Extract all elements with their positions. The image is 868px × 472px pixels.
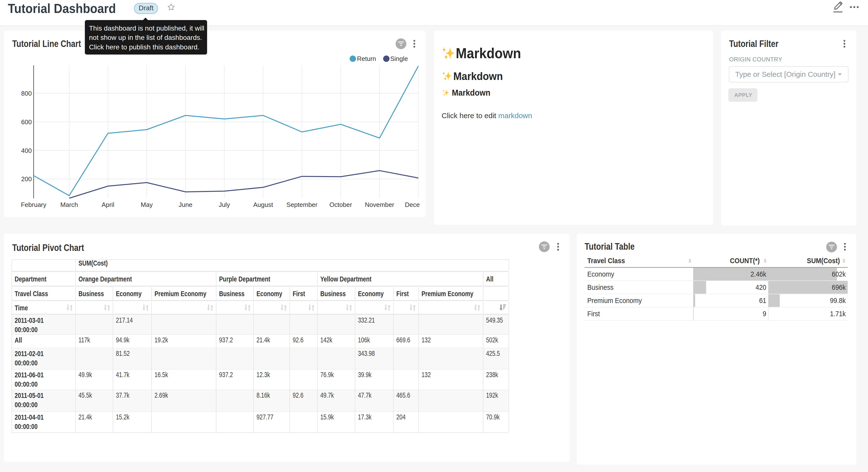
svg-text:July: July — [219, 201, 230, 208]
svg-text:September: September — [286, 201, 318, 208]
svg-text:800: 800 — [21, 90, 32, 97]
svg-text:February: February — [21, 201, 46, 208]
svg-text:Return: Return — [357, 55, 376, 62]
svg-text:June: June — [179, 201, 192, 208]
svg-text:Single: Single — [390, 55, 408, 62]
svg-text:April: April — [101, 201, 114, 208]
svg-text:May: May — [141, 201, 153, 208]
svg-text:200: 200 — [21, 175, 32, 183]
svg-text:March: March — [60, 201, 78, 208]
svg-text:400: 400 — [21, 147, 32, 154]
svg-text:August: August — [253, 201, 273, 208]
svg-text:600: 600 — [21, 118, 32, 126]
svg-text:October: October — [329, 201, 352, 208]
svg-text:November: November — [365, 201, 394, 208]
svg-text:Dece: Dece — [405, 201, 420, 208]
